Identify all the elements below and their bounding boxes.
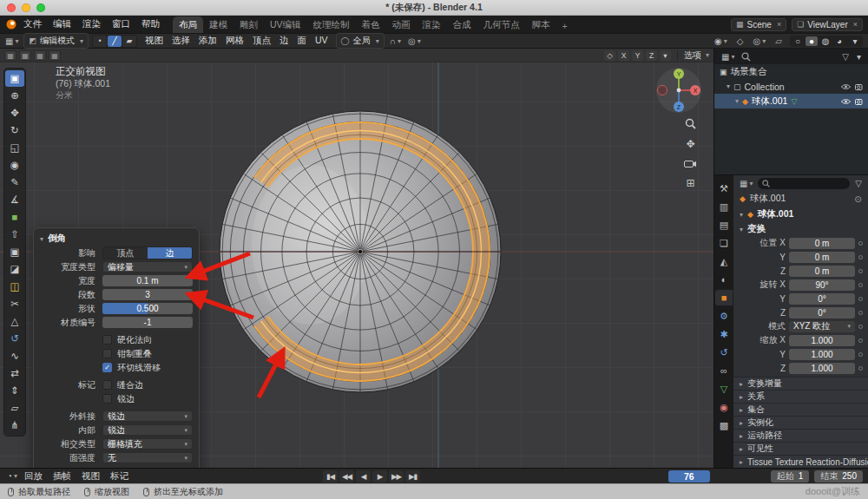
animate-decorator[interactable] [858, 255, 863, 259]
properties-tab-world[interactable]: ◐ [715, 272, 733, 287]
outliner-row-sphere-object[interactable]: ▾ ◆ 球体.001 ▽ [714, 94, 868, 108]
rotation-y-field[interactable]: 0° [789, 293, 855, 305]
harden-normals-checkbox[interactable] [102, 335, 112, 345]
tab-sculpting[interactable]: 雕刻 [233, 16, 264, 33]
transform-orientation-selector[interactable]: ◯ 全局 ▾ [336, 33, 385, 49]
intersection-type-select[interactable]: 栅格填充▾ [102, 438, 193, 450]
face-select-mode-button[interactable]: ▰ [122, 36, 136, 47]
camera-view-icon[interactable] [684, 159, 697, 168]
editor-type-selector[interactable]: ▦▾ [3, 36, 20, 46]
tab-modeling[interactable]: 建模 [203, 16, 233, 33]
mark-seams-checkbox[interactable] [102, 380, 112, 390]
menu-render[interactable]: 渲染 [77, 17, 106, 31]
animate-decorator[interactable] [858, 352, 863, 357]
scene-selector[interactable]: ▦ Scene × [731, 18, 786, 31]
tool-spin-icon[interactable]: ↺ [5, 331, 24, 347]
tool-loop-cut-icon[interactable]: ◫ [5, 279, 24, 295]
properties-tab-physics[interactable]: ↺ [715, 345, 733, 360]
mirror-x-toggle[interactable]: X [618, 50, 629, 61]
tool-poly-build-icon[interactable]: △ [5, 313, 24, 330]
menu-view[interactable]: 视图 [141, 34, 168, 48]
tab-layout[interactable]: 布局 [173, 16, 203, 33]
disable-in-renders-icon[interactable] [855, 83, 865, 90]
scale-y-field[interactable]: 1.000 [789, 349, 855, 360]
bevel-shape-slider[interactable]: 0.500 [102, 303, 193, 314]
tool-inset-faces-icon[interactable]: ▣ [5, 244, 24, 260]
menu-select[interactable]: 选择 [168, 34, 194, 48]
properties-tab-material[interactable]: ◉ [715, 399, 733, 415]
frame-start-field[interactable]: 起始1 [771, 470, 810, 483]
menu-file[interactable]: 文件 [18, 17, 47, 31]
snap-options-dropdown[interactable]: ▾ [660, 50, 671, 61]
frame-end-field[interactable]: 结束250 [814, 470, 863, 483]
properties-tab-render[interactable]: ▥ [715, 199, 733, 214]
menu-vertex[interactable]: 顶点 [248, 34, 275, 48]
tool-shear-icon[interactable]: ▱ [5, 400, 24, 417]
animate-decorator[interactable] [858, 325, 863, 329]
jump-to-end-button[interactable]: ▶▮ [405, 470, 420, 483]
object-name-row[interactable]: ▾ ◆ 球体.001 [733, 207, 868, 222]
mirror-z-toggle[interactable]: Z [646, 50, 657, 61]
properties-tab-constraints[interactable]: ∞ [715, 363, 733, 378]
animate-decorator[interactable] [858, 283, 863, 287]
snap-toggle[interactable]: ∩▾ [388, 36, 403, 46]
mark-sharp-checkbox[interactable] [102, 394, 112, 404]
properties-tab-tool[interactable]: ⚒ [715, 181, 733, 196]
play-button[interactable]: ▶ [372, 470, 387, 483]
tool-knife-icon[interactable]: ✂ [5, 296, 24, 312]
properties-tab-particles[interactable]: ✱ [715, 326, 733, 342]
object-visibility-dropdown[interactable]: ◉▾ [713, 36, 729, 46]
expand-icon[interactable]: ▾ [735, 97, 739, 105]
material-preview-shading-button[interactable]: ◍ [819, 36, 832, 46]
menu-edit[interactable]: 编辑 [48, 17, 76, 31]
gizmos-toggle[interactable]: ◇ [735, 36, 746, 46]
properties-tab-object-data[interactable]: ▽ [715, 381, 733, 397]
mirror-y-toggle[interactable]: Y [632, 50, 643, 61]
animate-decorator[interactable] [858, 297, 863, 301]
tool-smooth-icon[interactable]: ∿ [5, 348, 24, 364]
jump-next-keyframe-button[interactable]: ▶▶ [389, 470, 404, 483]
animate-decorator[interactable] [858, 269, 863, 273]
tool-bevel-icon[interactable]: ◪ [5, 261, 24, 278]
solid-shading-button[interactable]: ● [806, 36, 818, 46]
add-workspace-button[interactable]: + [556, 18, 574, 33]
face-strength-select[interactable]: 无▾ [102, 452, 193, 463]
outliner-row-scene-collection[interactable]: ▣ 场景集合 [714, 64, 868, 79]
tool-scale-icon[interactable]: ◱ [5, 140, 24, 156]
hide-in-viewport-icon[interactable] [841, 98, 851, 105]
proportional-editing-toggle[interactable]: ◎▾ [406, 36, 423, 46]
scale-x-field[interactable]: 1.000 [789, 335, 855, 346]
affect-vertices-button[interactable]: 顶点 [103, 247, 148, 259]
xray-toggle[interactable]: ▱ [773, 36, 784, 46]
remove-view-layer-icon[interactable]: × [853, 20, 858, 29]
affect-edges-button[interactable]: 边 [148, 247, 192, 259]
menu-view[interactable]: 视图 [76, 470, 105, 483]
close-window-button[interactable] [7, 3, 16, 12]
tool-option-icon-1[interactable]: ▦ [19, 50, 31, 61]
rotation-z-field[interactable]: 0° [789, 307, 855, 318]
viewport-canvas[interactable]: 正交前视图 (76) 球体.001 分米 ▣⊕✥↻◱◉✎∡■⇧▣◪◫✂△↺∿⇄⇕… [0, 62, 713, 468]
miter-outer-select[interactable]: 锐边▾ [102, 410, 193, 422]
tool-cursor-icon[interactable]: ⊕ [5, 88, 24, 104]
location-y-field[interactable]: 0 m [789, 252, 855, 263]
menu-playback[interactable]: 回放 [19, 470, 48, 483]
properties-tab-modifiers[interactable]: ⚙ [715, 308, 733, 324]
bevel-panel-header[interactable]: ▾ 倒角 [40, 232, 193, 246]
mirror-toggle-icon[interactable]: ◇ [604, 50, 615, 61]
wireframe-shading-button[interactable]: ○ [792, 36, 804, 46]
filter-icon[interactable]: ▽ [840, 52, 851, 62]
bevel-width-field[interactable]: 0.1 m [102, 275, 193, 286]
view-layer-selector[interactable]: ❏ ViewLayer × [792, 18, 863, 31]
shading-dropdown-icon[interactable]: ▾ [849, 36, 861, 46]
rendered-shading-button[interactable]: ◕ [833, 36, 845, 46]
section-relations[interactable]: ▸关系 [733, 390, 868, 403]
minimize-window-button[interactable] [22, 3, 30, 12]
mode-selector[interactable]: ◩ 编辑模式 ▾ [23, 33, 89, 49]
tool-select-box-icon[interactable]: ▣ [5, 70, 24, 87]
section-delta-transform[interactable]: ▸变换增量 [733, 377, 868, 390]
animate-decorator[interactable] [858, 366, 863, 371]
disable-in-renders-icon[interactable] [855, 98, 865, 105]
section-collections[interactable]: ▸集合 [733, 403, 868, 416]
tab-texture-paint[interactable]: 纹理绘制 [307, 16, 356, 33]
properties-search-input[interactable] [758, 178, 850, 189]
